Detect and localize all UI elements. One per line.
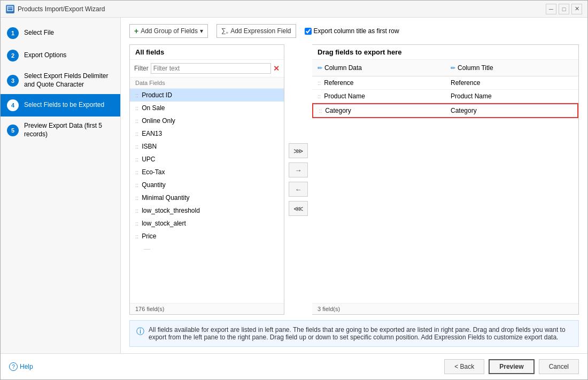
help-link[interactable]: ? Help [9,362,33,371]
transfer-buttons: ⋙ → ← ⋘ [284,44,312,315]
export-cell-data: :: Reference [312,76,445,89]
field-item-eco-tax[interactable]: :: Eco-Tax [130,166,284,179]
field-item-isbn[interactable]: :: ISBN [130,140,284,153]
field-item-product-id[interactable]: :: Product ID [130,89,284,102]
move-all-right-icon: ⋙ [293,147,303,155]
close-button[interactable]: ✕ [571,4,582,14]
field-label: On Sale [142,104,165,112]
field-item-upc[interactable]: :: UPC [130,153,284,166]
add-expression-label: Add Expression Field [230,27,291,35]
drag-icon: :: [318,80,321,86]
info-bar: ⓘ All fields available for export are li… [129,320,579,347]
sidebar-label-3: Select Export Fields Delimiter and Quote… [24,72,114,89]
filter-clear-button[interactable]: ✕ [273,65,280,72]
drag-icon: :: [318,93,321,99]
plus-icon: + [134,27,138,35]
export-cell-data: :: Product Name [312,90,445,103]
export-col-title-value: Reference [451,79,480,87]
move-selected-left-button[interactable]: ← [289,182,308,197]
drag-icon: :: [135,92,138,98]
export-table-header: ✏ Column Data ✏ Column Title [312,60,578,76]
field-label: Product ID [142,91,172,99]
left-pane: All fields Filter ✕ Data Fields :: Produ… [129,44,284,315]
filter-input[interactable] [151,63,271,74]
export-row-product-name[interactable]: :: Product Name Product Name [312,90,578,103]
sidebar-label-1: Select File [24,29,54,37]
help-label: Help [20,363,33,370]
add-expression-button[interactable]: ∑+ Add Expression Field [216,24,296,38]
sidebar-item-5[interactable]: 5 Preview Export Data (first 5 records) [1,117,120,144]
drag-icon: :: [135,156,138,162]
field-item-separator: — [130,243,284,255]
sidebar-item-4[interactable]: 4 Select Fields to be Exported [1,94,120,117]
move-all-right-button[interactable]: ⋙ [289,143,308,158]
cancel-button[interactable]: Cancel [539,359,579,374]
export-col-data-value: Reference [324,79,353,87]
field-label: Online Only [142,117,175,125]
field-label: ISBN [142,143,157,150]
sigma-icon: ∑+ [221,27,228,35]
field-item-on-sale[interactable]: :: On Sale [130,102,284,114]
export-cell-data: :: Category [313,104,445,117]
field-item-price[interactable]: :: Price [130,230,284,243]
field-item-minimal-quantity[interactable]: :: Minimal Quantity [130,191,284,204]
export-first-row-checkbox[interactable] [305,28,312,35]
sidebar: 1 Select File 2 Export Options 3 Select … [1,18,121,353]
export-row-category[interactable]: :: Category Category [312,103,578,118]
bottom-buttons: < Back Preview Cancel [444,359,579,374]
drag-icon: :: [135,220,138,227]
sidebar-item-1[interactable]: 1 Select File [1,22,120,44]
drag-icon: :: [135,118,138,124]
move-selected-right-button[interactable]: → [289,162,308,177]
field-item-low-stock-alert[interactable]: :: low_stock_alert [130,217,284,230]
export-col-data-value: Product Name [324,92,365,100]
bottom-bar: ? Help < Back Preview Cancel [1,353,587,379]
sidebar-item-3[interactable]: 3 Select Export Fields Delimiter and Quo… [1,67,120,94]
title-bar: Products Import/Export Wizard ─ □ ✕ [1,1,587,18]
maximize-button[interactable]: □ [559,4,569,14]
preview-button[interactable]: Preview [489,359,534,374]
field-item-online-only[interactable]: :: Online Only [130,114,284,127]
drag-icon: :: [135,105,138,111]
step-number-3: 3 [7,75,19,87]
drag-icon: :: [135,233,138,239]
add-group-button[interactable]: + Add Group of Fields ▾ [129,24,208,38]
sidebar-label-5: Preview Export Data (first 5 records) [24,122,114,138]
field-item-low-stock-threshold[interactable]: :: low_stock_threshold [130,204,284,217]
minimize-button[interactable]: ─ [546,4,556,14]
export-table: ✏ Column Data ✏ Column Title :: Re [312,60,578,303]
title-bar-left: Products Import/Export Wizard [6,5,105,13]
step-number-4: 4 [7,99,19,111]
move-all-left-icon: ⋘ [293,205,303,213]
info-icon: ⓘ [136,327,144,337]
back-button[interactable]: < Back [444,359,484,374]
export-checkbox-text: Export column title as first row [314,27,399,35]
field-panes: All fields Filter ✕ Data Fields :: Produ… [129,44,579,315]
col-data-header: ✏ Column Data [312,62,445,74]
field-item-quantity[interactable]: :: Quantity [130,179,284,191]
field-label: Minimal Quantity [142,194,189,201]
dropdown-arrow-icon: ▾ [200,27,203,35]
sidebar-item-2[interactable]: 2 Export Options [1,44,120,67]
export-cell-title: Product Name [445,90,578,103]
pencil-col-title-icon: ✏ [451,65,455,72]
step-number-1: 1 [7,27,19,39]
main-area: + Add Group of Fields ▾ ∑+ Add Expressio… [121,18,587,353]
svg-rect-0 [7,6,13,11]
export-col-title-value: Product Name [451,92,492,100]
drag-icon: :: [135,207,138,214]
export-row-reference[interactable]: :: Reference Reference [312,76,578,90]
move-all-left-button[interactable]: ⋘ [289,201,308,216]
export-checkbox-label[interactable]: Export column title as first row [305,27,399,35]
drag-icon: :: [135,195,138,201]
col-title-header: ✏ Column Title [445,62,578,74]
drag-icon: :: [319,107,322,114]
field-label: Quantity [142,181,166,189]
field-label: low_stock_alert [142,220,186,227]
sidebar-label-2: Export Options [24,51,66,60]
window-content: 1 Select File 2 Export Options 3 Select … [1,18,587,353]
right-pane: Drag fields to export here ✏ Column Data… [312,44,579,315]
field-item-ean13[interactable]: :: EAN13 [130,127,284,140]
sidebar-label-4: Select Fields to be Exported [24,101,104,110]
right-pane-footer: 3 field(s) [312,303,578,314]
